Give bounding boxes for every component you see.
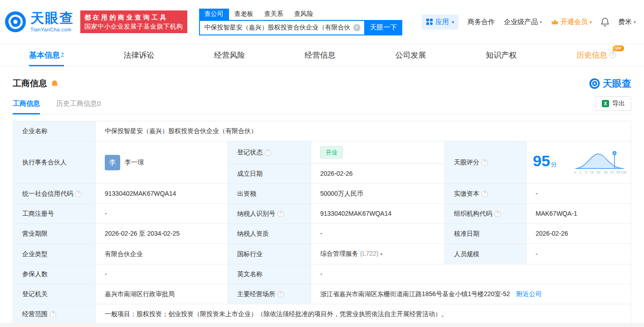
avatar[interactable]: 李 bbox=[105, 155, 120, 170]
promo-line-1: 都在用的商业查询工具 bbox=[84, 13, 183, 22]
search-tab-risk[interactable]: 查风险 bbox=[289, 9, 319, 20]
business-term-label: 营业期限 bbox=[13, 224, 96, 244]
help-icon[interactable]: ? bbox=[610, 52, 616, 58]
executive-partner-value: 李 李一璟 bbox=[96, 141, 228, 184]
paid-capital-value: - bbox=[527, 184, 631, 204]
business-scope-value: 一般项目：股权投资；创业投资（限投资未上市企业）（除依法须经批准的项目外，凭营业… bbox=[96, 304, 631, 324]
logo-subtitle: TianYanCha.com bbox=[30, 27, 74, 32]
apps-grid-icon bbox=[426, 19, 433, 25]
search-tab-relation[interactable]: 查关系 bbox=[259, 9, 289, 20]
establish-date-value: 2026-02-26 bbox=[311, 164, 445, 184]
credit-code-value: 91330402MAK67WQA14 bbox=[96, 184, 228, 204]
tianyan-score-value[interactable]: 95分 0 1 3 15 50 bbox=[527, 141, 631, 184]
partner-name-link[interactable]: 李一璟 bbox=[125, 158, 144, 167]
registration-number-value: - bbox=[96, 204, 228, 224]
search-input[interactable] bbox=[200, 24, 353, 31]
svg-text:15: 15 bbox=[590, 171, 594, 174]
crown-icon bbox=[551, 19, 559, 25]
enterprise-products-label: 企业级产品 bbox=[504, 18, 538, 26]
tab-operating-info[interactable]: 经营信息 bbox=[305, 44, 336, 66]
svg-text:85: 85 bbox=[604, 171, 608, 174]
search-tab-company[interactable]: 查公司 bbox=[199, 9, 229, 20]
credit-code-label: 统一社会信用代码? bbox=[13, 184, 96, 204]
subtab-row: 工商信息 历史工商信息0 X 导出 bbox=[13, 96, 631, 114]
help-icon[interactable]: ? bbox=[75, 191, 82, 197]
main-nav: 基本信息2 法律诉讼 经营风险 经营信息 公司发展 知识产权 历史信息 ? VI… bbox=[0, 44, 644, 66]
english-name-value: - bbox=[311, 264, 631, 284]
taxpayer-id-value: 91330402MAK67WQA14 bbox=[311, 204, 445, 224]
help-icon[interactable]: ? bbox=[482, 191, 488, 197]
promo-line-2: 国家中小企业发展子基金旗下机构 bbox=[84, 22, 183, 31]
staff-size-label: 人员规模 bbox=[445, 244, 527, 264]
insured-count-label: 参保人数 bbox=[13, 264, 96, 284]
table-row: 工商注册号 - 纳税人识别号? 91330402MAK67WQA14 组织机构代… bbox=[13, 204, 631, 224]
premises-label: 主要经营场所? bbox=[228, 284, 311, 304]
help-icon[interactable]: ? bbox=[278, 211, 284, 217]
table-row: 营业期限 2026-02-26 至 2034-02-25 纳税人资质 - 核准日… bbox=[13, 224, 631, 244]
subtab-history-count: 0 bbox=[97, 99, 101, 107]
svg-text:1: 1 bbox=[580, 171, 581, 174]
company-name-label: 企业名称 bbox=[13, 121, 96, 141]
user-menu[interactable]: 费米 ▾ bbox=[618, 18, 636, 26]
score-distribution-chart: 0 1 3 15 50 85 97 99 100 bbox=[573, 149, 626, 175]
premises-value: 浙江省嘉兴市南湖区东栅街道南江路1856号基金小镇1号楼220室-52附近公司 bbox=[311, 284, 631, 304]
subtab-business-info[interactable]: 工商信息 bbox=[13, 99, 40, 114]
staff-size-value: - bbox=[527, 244, 631, 264]
clear-icon[interactable]: × bbox=[353, 24, 361, 31]
tab-history-info[interactable]: 历史信息 ? VIP bbox=[576, 44, 618, 66]
enterprise-products-link[interactable]: 企业级产品 ▾ bbox=[504, 18, 542, 26]
tab-basic-info-label: 基本信息 bbox=[29, 50, 60, 60]
svg-text:0: 0 bbox=[574, 171, 576, 174]
export-label: 导出 bbox=[612, 99, 625, 108]
registration-authority-label: 登记机关 bbox=[13, 284, 96, 304]
registration-authority-value: 嘉兴市南湖区行政审批局 bbox=[96, 284, 228, 304]
score-unit: 分 bbox=[551, 161, 557, 168]
svg-text:97: 97 bbox=[610, 171, 614, 174]
industry-value: 综合管理服务(L722)▾ bbox=[311, 244, 445, 264]
tab-basic-info[interactable]: 基本信息2 bbox=[29, 44, 64, 66]
subtab-history-business-info[interactable]: 历史工商信息0 bbox=[56, 99, 101, 114]
tab-company-development[interactable]: 公司发展 bbox=[395, 44, 426, 66]
svg-text:99: 99 bbox=[616, 171, 620, 174]
business-cooperation-link[interactable]: 商务合作 bbox=[468, 18, 495, 26]
industry-label: 国标行业 bbox=[228, 244, 311, 264]
paid-capital-label: 实缴资本? bbox=[445, 184, 527, 204]
help-icon[interactable]: ? bbox=[494, 211, 501, 217]
insured-count-value: - bbox=[96, 264, 228, 284]
executive-partner-label: 执行事务合伙人 bbox=[13, 141, 96, 184]
alert-bell-icon[interactable] bbox=[51, 79, 59, 88]
search-tabs: 查公司 查老板 查关系 查风险 bbox=[199, 9, 402, 20]
apps-button[interactable]: 应用 ▾ bbox=[422, 15, 459, 30]
search-button[interactable]: 天眼一下 bbox=[365, 20, 402, 35]
excel-icon: X bbox=[602, 100, 609, 107]
svg-text:3: 3 bbox=[585, 171, 587, 174]
tianyancha-logo[interactable]: 天眼查 TianYanCha.com bbox=[5, 11, 74, 33]
org-code-label: 组织机构代码? bbox=[445, 204, 527, 224]
tab-operating-risk[interactable]: 经营风险 bbox=[214, 44, 245, 66]
registration-status-value: 开业 bbox=[311, 141, 445, 164]
nearby-companies-link[interactable]: 附近公司 bbox=[517, 290, 542, 297]
help-icon[interactable]: ? bbox=[265, 149, 271, 156]
tianyancha-mini-logo-icon bbox=[589, 78, 600, 89]
tab-intellectual-property[interactable]: 知识产权 bbox=[486, 44, 517, 66]
table-row: 登记机关 嘉兴市南湖区行政审批局 主要经营场所? 浙江省嘉兴市南湖区东栅街道南江… bbox=[13, 284, 631, 304]
search-tab-boss[interactable]: 查老板 bbox=[229, 9, 259, 20]
taxpayer-quality-value: - bbox=[311, 224, 445, 244]
approval-date-value: 2026-02-26 bbox=[527, 224, 631, 244]
table-row: 经营范围? 一般项目：股权投资；创业投资（限投资未上市企业）（除依法须经批准的项… bbox=[13, 304, 631, 324]
help-icon[interactable]: ? bbox=[50, 311, 56, 317]
chevron-down-icon[interactable]: ▾ bbox=[380, 252, 382, 257]
table-row: 执行事务合伙人 李 李一璟 登记状态? 开业 天眼评分? bbox=[13, 141, 631, 164]
export-button[interactable]: X 导出 bbox=[595, 96, 631, 111]
top-bar: 天眼查 TianYanCha.com 都在用的商业查询工具 国家中小企业发展子基… bbox=[0, 0, 644, 44]
company-type-value: 有限合伙企业 bbox=[96, 244, 228, 264]
help-icon[interactable]: ? bbox=[278, 291, 284, 297]
notification-bell-icon[interactable] bbox=[601, 17, 609, 26]
vip-badge: VIP bbox=[613, 45, 624, 51]
chevron-down-icon: ▾ bbox=[452, 20, 454, 25]
help-icon[interactable]: ? bbox=[482, 159, 488, 166]
vip-membership-link[interactable]: 开通会员 ▾ bbox=[551, 18, 592, 26]
tab-legal-proceedings[interactable]: 法律诉讼 bbox=[123, 44, 154, 66]
logo-title: 天眼查 bbox=[30, 11, 74, 25]
table-row: 统一社会信用代码? 91330402MAK67WQA14 出资额 50000万人… bbox=[13, 184, 631, 204]
